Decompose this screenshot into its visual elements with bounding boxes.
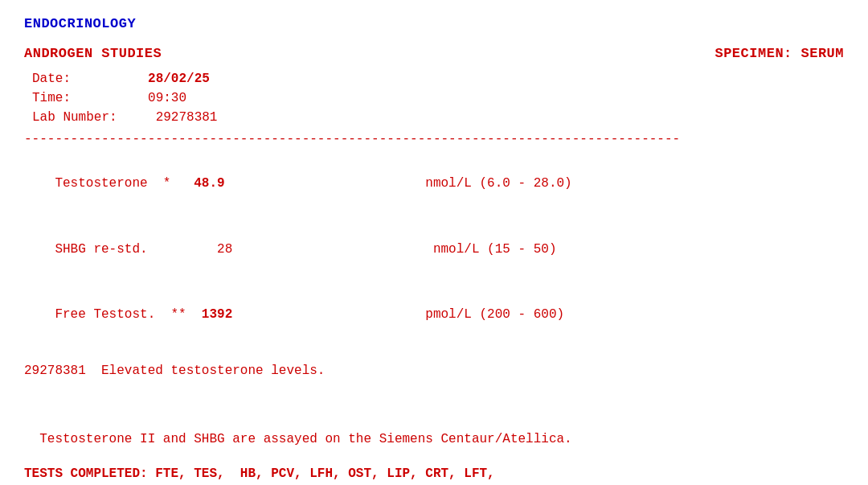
date-spacer: [71, 72, 148, 86]
result-row-free-testost: Free Testost. ** 1392 pmol/L (200 - 600): [24, 282, 844, 348]
result-unit-range-1: nmol/L (6.0 - 28.0): [225, 176, 572, 191]
time-label: Time:: [32, 91, 71, 105]
footer-note: Testosterone II and SHBG are assayed on …: [24, 430, 844, 450]
result-unit-range-3: pmol/L (200 - 600): [232, 307, 564, 322]
date-label: Date:: [32, 72, 71, 86]
lab-value: 29278381: [156, 110, 218, 125]
date-line: Date: 28/02/25: [32, 69, 844, 88]
lab-line: Lab Number: 29278381: [32, 108, 844, 127]
section-title: ENDOCRINOLOGY: [24, 16, 844, 31]
time-line: Time: 09:30: [32, 88, 844, 108]
time-value: 09:30: [148, 91, 186, 105]
lab-label: Lab Number:: [32, 110, 117, 125]
result-name-1: Testosterone *: [55, 176, 194, 191]
results-block: Testosterone * 48.9 nmol/L (6.0 - 28.0) …: [24, 151, 844, 348]
result-name-3: Free Testost. **: [55, 307, 201, 322]
result-value-1: 48.9: [194, 176, 224, 191]
header-row: ANDROGEN STUDIES SPECIMEN: SERUM: [24, 46, 844, 61]
lab-spacer: [117, 110, 156, 125]
result-value-2: 28: [217, 242, 232, 257]
result-name-2: SHBG re-std.: [55, 242, 217, 257]
divider: ----------------------------------------…: [24, 132, 844, 146]
result-note: 29278381 Elevated testosterone levels.: [24, 361, 844, 382]
date-value: 28/02/25: [148, 72, 210, 86]
specimen-label: SPECIMEN: SERUM: [714, 46, 844, 61]
result-unit-range-2: nmol/L (15 - 50): [232, 242, 556, 257]
result-row-testosterone: Testosterone * 48.9 nmol/L (6.0 - 28.0): [24, 151, 844, 217]
info-block: Date: 28/02/25 Time: 09:30 Lab Number: 2…: [32, 69, 844, 127]
androgen-studies-label: ANDROGEN STUDIES: [24, 46, 162, 61]
result-row-shbg: SHBG re-std. 28 nmol/L (15 - 50): [24, 217, 844, 283]
result-value-3: 1392: [202, 307, 232, 322]
tests-completed: TESTS COMPLETED: FTE, TES, HB, PCV, LFH,…: [24, 467, 844, 481]
time-spacer: [71, 91, 148, 105]
